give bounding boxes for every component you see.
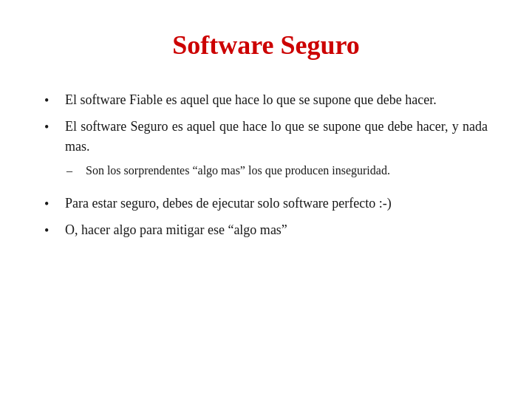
sub-item-1: – Son los sorprendentes “algo mas” los q… — [66, 163, 488, 179]
bullet-text-3: Para estar seguro, debes de ejecutar sol… — [65, 194, 488, 214]
sub-text-1: Son los sorprendentes “algo mas” los que… — [86, 163, 488, 179]
bullet-text-1: El software Fiable es aquel que hace lo … — [65, 90, 488, 110]
bullet-dot-3: • — [44, 194, 59, 214]
bullet-text-2: El software Seguro es aquel que hace lo … — [65, 117, 488, 157]
bullet-section-1: • El software Fiable es aquel que hace l… — [44, 90, 488, 186]
sub-dash-1: – — [66, 163, 81, 179]
slide-container: Software Seguro • El software Fiable es … — [0, 0, 532, 399]
bullet-text-4: O, hacer algo para mitigar ese “algo mas… — [65, 220, 488, 240]
slide-title: Software Seguro — [44, 30, 488, 61]
bullet-dot-1: • — [44, 91, 59, 111]
bullet-section-2: • Para estar seguro, debes de ejecutar s… — [44, 194, 488, 247]
bullet-item-4: • O, hacer algo para mitigar ese “algo m… — [44, 220, 488, 241]
bullet-item-3: • Para estar seguro, debes de ejecutar s… — [44, 194, 488, 214]
bullet-item-2: • El software Seguro es aquel que hace l… — [44, 117, 488, 157]
slide-content: • El software Fiable es aquel que hace l… — [44, 90, 488, 369]
bullet-dot-4: • — [44, 221, 59, 241]
bullet-dot-2: • — [44, 117, 59, 137]
bullet-item-1: • El software Fiable es aquel que hace l… — [44, 90, 488, 111]
